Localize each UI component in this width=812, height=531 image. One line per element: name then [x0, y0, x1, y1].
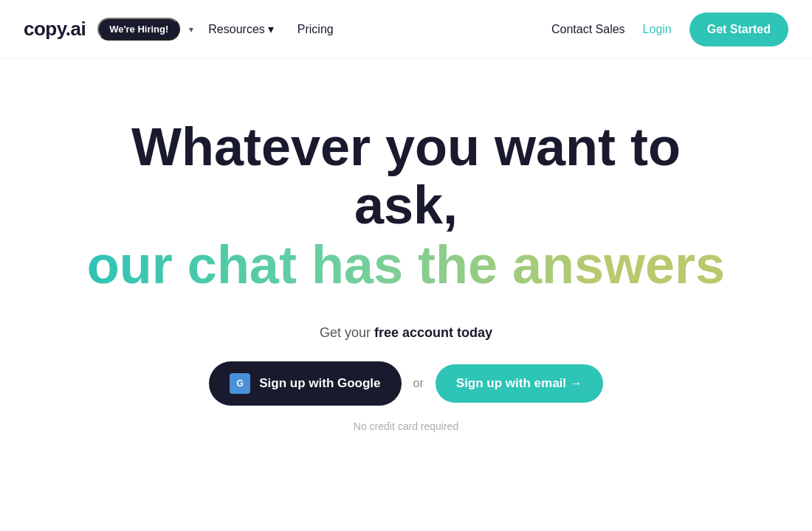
google-signup-button[interactable]: G Sign up with Google	[209, 361, 401, 406]
hero-headline-line1: Whatever you want to ask,	[74, 118, 738, 235]
logo[interactable]: copy.ai	[24, 18, 86, 41]
navbar: copy.ai We're Hiring! ▾ Resources ▾ Pric…	[0, 0, 812, 59]
hiring-group: We're Hiring! ▾	[97, 18, 193, 41]
hero-gradient-text: our chat has the answers	[87, 235, 725, 294]
nav-right: Contact Sales Login Get Started	[551, 13, 788, 46]
hero-headline-line2: our chat has the answers	[87, 235, 725, 296]
login-link[interactable]: Login	[643, 23, 672, 36]
nav-item-pricing[interactable]: Pricing	[297, 23, 334, 36]
email-signup-button[interactable]: Sign up with email →	[436, 364, 603, 403]
hiring-badge[interactable]: We're Hiring!	[97, 18, 180, 41]
free-account-text: Get your free account today	[320, 325, 492, 341]
hero-section: Whatever you want to ask, our chat has t…	[0, 59, 812, 432]
cta-row: G Sign up with Google or Sign up with em…	[209, 361, 603, 406]
no-credit-card-text: No credit card required	[354, 420, 458, 432]
get-started-button[interactable]: Get Started	[689, 13, 788, 46]
nav-items: Resources ▾ Pricing	[208, 22, 551, 36]
google-icon: G	[230, 373, 250, 394]
contact-sales-link[interactable]: Contact Sales	[551, 23, 625, 36]
or-separator: or	[413, 377, 424, 390]
chevron-down-icon: ▾	[268, 22, 274, 36]
nav-item-resources[interactable]: Resources ▾	[208, 22, 273, 36]
chevron-down-icon[interactable]: ▾	[189, 24, 193, 35]
